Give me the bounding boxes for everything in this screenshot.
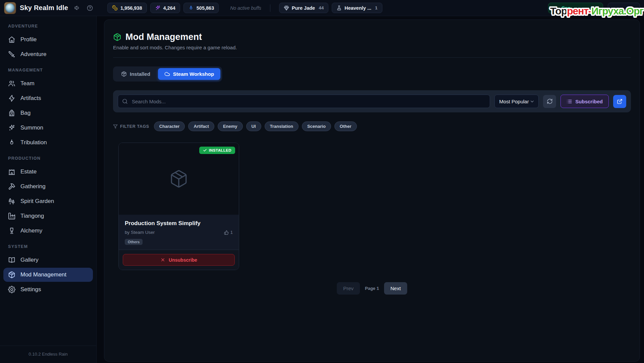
subscribed-filter-button[interactable]: Subscribed	[560, 95, 609, 108]
main-area: Mod Management Enable and sort mods. Cha…	[97, 16, 644, 363]
mod-card-footer: Unsubscribe	[119, 250, 239, 270]
topbar: Sky Realm Idle 1,956,9384,264505,863 No …	[0, 0, 644, 16]
filter-tag-character[interactable]: Character	[154, 121, 185, 131]
package-icon	[121, 71, 127, 77]
tab-installed[interactable]: Installed	[115, 68, 157, 80]
resource-chip-pure-jade[interactable]: Pure Jade44	[279, 3, 328, 13]
tab-steam-workshop[interactable]: Steam Workshop	[158, 68, 220, 80]
sidebar-item-settings[interactable]: Settings	[3, 282, 93, 297]
sidebar-item-profile[interactable]: Profile	[3, 33, 93, 47]
installed-badge-label: INSTALLED	[209, 148, 231, 152]
mod-likes-count: 1	[230, 230, 233, 235]
resource-chip-heavenly[interactable]: Heavenly ...1	[332, 3, 382, 13]
filter-tags-label: FILTER TAGS	[113, 124, 149, 129]
resource-label: Heavenly ...	[344, 5, 371, 11]
home-icon	[8, 36, 15, 43]
sidebar-item-label: Mod Management	[20, 271, 66, 278]
filter-tag-translation[interactable]: Translation	[265, 121, 299, 131]
sidebar-item-team[interactable]: Team	[3, 76, 93, 91]
mod-thumbnail: INSTALLED	[119, 143, 239, 215]
prev-page-button[interactable]: Prev	[337, 282, 360, 295]
jar-icon	[8, 227, 15, 235]
app-logo-image	[5, 3, 15, 13]
sort-select[interactable]: Most Popular	[494, 95, 539, 108]
mod-author: by Steam User	[125, 230, 155, 235]
sidebar-item-alchemy[interactable]: Alchemy	[3, 224, 93, 238]
sidebar-item-label: Estate	[20, 168, 37, 175]
flame-icon	[188, 5, 194, 11]
page-header: Mod Management	[113, 32, 631, 42]
zap-icon	[8, 95, 15, 102]
filter-tag-scenario[interactable]: Scenario	[302, 121, 331, 131]
sidebar-item-summon[interactable]: Summon	[3, 121, 93, 135]
resource-count: 44	[319, 5, 324, 10]
funnel-icon	[113, 124, 118, 129]
cloud-icon	[164, 71, 170, 77]
mod-card-production-system-simplify[interactable]: INSTALLEDProduction System Simplifyby St…	[118, 143, 239, 270]
hammer-icon	[8, 183, 15, 190]
sidebar-item-bag[interactable]: Bag	[3, 106, 93, 120]
filter-tags-text: FILTER TAGS	[120, 124, 149, 129]
mod-placeholder-icon	[169, 169, 189, 189]
refresh-icon	[547, 98, 553, 104]
obscured-topbar-button[interactable]	[608, 3, 640, 13]
topbar-divider	[270, 4, 270, 12]
mod-meta: by Steam User1	[125, 230, 233, 235]
sidebar-item-gallery[interactable]: Gallery	[3, 253, 93, 267]
search-input[interactable]	[118, 95, 490, 108]
x-icon	[160, 257, 165, 262]
help-icon[interactable]	[87, 5, 93, 11]
sidebar-item-gathering[interactable]: Gathering	[3, 179, 93, 194]
sidebar-item-label: Tiangong	[20, 213, 44, 219]
coins-icon	[112, 5, 118, 11]
sidebar-item-adventure[interactable]: Adventure	[3, 47, 93, 61]
search-box	[118, 95, 490, 108]
tab-bar: InstalledSteam Workshop	[113, 66, 222, 82]
sidebar-item-spirit-garden[interactable]: Spirit Garden	[3, 194, 93, 208]
nav-section-system: SYSTEM	[0, 239, 96, 252]
sidebar: ADVENTUREProfileAdventureMANAGEMENTTeamA…	[0, 16, 97, 363]
installed-badge: INSTALLED	[199, 147, 235, 154]
sidebar-item-artifacts[interactable]: Artifacts	[3, 91, 93, 105]
flask-icon	[336, 5, 342, 11]
sidebar-nav: ADVENTUREProfileAdventureMANAGEMENTTeamA…	[0, 16, 96, 346]
filter-tag-other[interactable]: Other	[334, 121, 357, 131]
filter-tags-row: FILTER TAGS CharacterArtifactEnemyUITran…	[113, 121, 631, 131]
tab-label: Steam Workshop	[173, 71, 214, 77]
mod-cube-icon	[113, 33, 121, 41]
sidebar-item-label: Gallery	[20, 257, 39, 263]
sidebar-item-mod-management[interactable]: Mod Management	[3, 268, 93, 282]
currency-chips: 1,956,9384,264505,863	[107, 3, 219, 13]
sidebar-item-tiangong[interactable]: Tiangong	[3, 209, 93, 223]
currency-value: 505,863	[197, 5, 214, 11]
workshop-toolbar: Most Popular Subscribed	[113, 90, 631, 112]
sidebar-item-label: Gathering	[20, 183, 46, 190]
currency-value: 1,956,938	[120, 5, 142, 11]
refresh-button[interactable]	[543, 95, 556, 108]
unsubscribe-button[interactable]: Unsubscribe	[123, 254, 235, 266]
next-page-button[interactable]: Next	[384, 282, 407, 295]
app-title: Sky Realm Idle	[20, 4, 68, 12]
chevron-down-icon	[530, 99, 535, 104]
sidebar-item-label: Alchemy	[20, 227, 42, 234]
sidebar-item-label: Bag	[20, 110, 31, 116]
currency-value: 4,264	[163, 5, 175, 11]
filter-tag-enemy[interactable]: Enemy	[218, 121, 243, 131]
filter-tag-ui[interactable]: UI	[246, 121, 261, 131]
open-workshop-external-button[interactable]	[613, 95, 626, 108]
sidebar-item-label: Adventure	[20, 51, 47, 58]
sword-icon	[8, 51, 15, 58]
currency-chip: 1,956,938	[107, 3, 147, 13]
mod-title: Production System Simplify	[125, 220, 233, 227]
pause-offline-button[interactable]: Con	[548, 3, 603, 13]
filter-tag-artifact[interactable]: Artifact	[188, 121, 214, 131]
pause-icon	[554, 6, 558, 10]
unsubscribe-label: Unsubscribe	[169, 257, 197, 263]
sidebar-item-estate[interactable]: Estate	[3, 165, 93, 179]
sidebar-item-tribulation[interactable]: Tribulation	[3, 136, 93, 150]
nav-section-production: PRODUCTION	[0, 150, 96, 164]
volume-icon[interactable]	[74, 5, 80, 11]
external-link-icon	[617, 99, 623, 104]
sparkles-icon	[8, 124, 15, 132]
page-title: Mod Management	[125, 32, 202, 42]
